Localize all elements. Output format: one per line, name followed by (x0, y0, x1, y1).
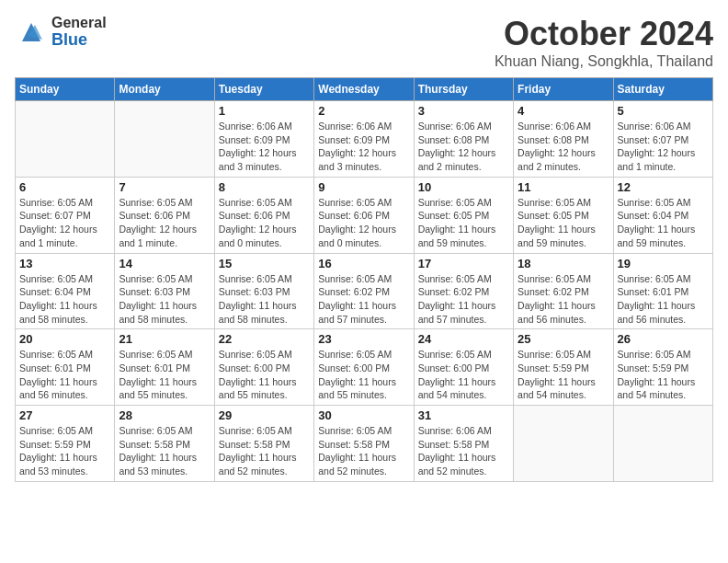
calendar-cell: 13Sunrise: 6:05 AMSunset: 6:04 PMDayligh… (16, 253, 115, 329)
day-info: Sunrise: 6:05 AMSunset: 5:59 PMDaylight:… (518, 348, 609, 402)
logo-icon (15, 16, 48, 49)
month-title: October 2024 (495, 15, 713, 53)
calendar-week-4: 20Sunrise: 6:05 AMSunset: 6:01 PMDayligh… (16, 329, 713, 406)
day-info: Sunrise: 6:05 AMSunset: 5:59 PMDaylight:… (618, 348, 709, 402)
calendar-cell (115, 101, 214, 178)
calendar-cell: 24Sunrise: 6:05 AMSunset: 6:00 PMDayligh… (414, 329, 513, 406)
weekday-header-row: SundayMondayTuesdayWednesdayThursdayFrid… (16, 78, 713, 101)
day-info: Sunrise: 6:05 AMSunset: 6:00 PMDaylight:… (219, 348, 310, 402)
location-subtitle: Khuan Niang, Songkhla, Thailand (495, 53, 713, 70)
day-number: 23 (318, 332, 409, 346)
weekday-header-saturday: Saturday (613, 78, 712, 101)
calendar-cell (16, 101, 115, 178)
calendar-table: SundayMondayTuesdayWednesdayThursdayFrid… (15, 77, 713, 482)
calendar-cell: 11Sunrise: 6:05 AMSunset: 6:05 PMDayligh… (514, 177, 613, 253)
weekday-header-friday: Friday (514, 78, 613, 101)
logo-general-text: General (51, 15, 107, 31)
calendar-cell: 28Sunrise: 6:05 AMSunset: 5:58 PMDayligh… (115, 406, 214, 482)
day-info: Sunrise: 6:06 AMSunset: 6:08 PMDaylight:… (518, 120, 609, 174)
calendar-cell: 21Sunrise: 6:05 AMSunset: 6:01 PMDayligh… (115, 329, 214, 406)
day-info: Sunrise: 6:05 AMSunset: 6:00 PMDaylight:… (418, 348, 509, 402)
calendar-week-5: 27Sunrise: 6:05 AMSunset: 5:59 PMDayligh… (16, 406, 713, 482)
day-info: Sunrise: 6:05 AMSunset: 6:00 PMDaylight:… (318, 348, 409, 402)
day-number: 13 (19, 257, 110, 270)
weekday-header-thursday: Thursday (414, 78, 513, 101)
calendar-cell: 22Sunrise: 6:05 AMSunset: 6:00 PMDayligh… (214, 329, 313, 406)
calendar-cell: 25Sunrise: 6:05 AMSunset: 5:59 PMDayligh… (514, 329, 613, 406)
calendar-cell: 12Sunrise: 6:05 AMSunset: 6:04 PMDayligh… (613, 177, 712, 253)
calendar-cell: 18Sunrise: 6:05 AMSunset: 6:02 PMDayligh… (514, 253, 613, 329)
day-number: 25 (518, 332, 609, 346)
day-info: Sunrise: 6:05 AMSunset: 6:06 PMDaylight:… (119, 196, 210, 250)
day-number: 29 (219, 408, 310, 422)
day-info: Sunrise: 6:05 AMSunset: 6:02 PMDaylight:… (518, 272, 609, 327)
day-info: Sunrise: 6:05 AMSunset: 6:02 PMDaylight:… (318, 272, 409, 327)
title-block: October 2024 Khuan Niang, Songkhla, Thai… (495, 15, 713, 70)
day-info: Sunrise: 6:06 AMSunset: 6:08 PMDaylight:… (418, 120, 509, 174)
day-info: Sunrise: 6:05 AMSunset: 5:58 PMDaylight:… (318, 424, 409, 478)
day-number: 5 (618, 104, 709, 118)
day-info: Sunrise: 6:05 AMSunset: 6:05 PMDaylight:… (518, 196, 609, 250)
weekday-header-monday: Monday (115, 78, 214, 101)
day-number: 15 (219, 257, 310, 270)
day-number: 1 (219, 104, 310, 118)
day-number: 3 (418, 104, 509, 118)
calendar-cell: 8Sunrise: 6:05 AMSunset: 6:06 PMDaylight… (214, 177, 313, 253)
calendar-cell: 6Sunrise: 6:05 AMSunset: 6:07 PMDaylight… (16, 177, 115, 253)
calendar-cell: 2Sunrise: 6:06 AMSunset: 6:09 PMDaylight… (314, 101, 414, 178)
calendar-cell: 14Sunrise: 6:05 AMSunset: 6:03 PMDayligh… (115, 253, 214, 329)
day-info: Sunrise: 6:05 AMSunset: 5:58 PMDaylight:… (119, 424, 210, 478)
day-number: 14 (119, 257, 210, 270)
calendar-cell: 1Sunrise: 6:06 AMSunset: 6:09 PMDaylight… (214, 101, 313, 178)
calendar-week-3: 13Sunrise: 6:05 AMSunset: 6:04 PMDayligh… (16, 253, 713, 329)
day-info: Sunrise: 6:05 AMSunset: 6:03 PMDaylight:… (119, 272, 210, 327)
day-number: 11 (518, 180, 609, 194)
calendar-cell: 3Sunrise: 6:06 AMSunset: 6:08 PMDaylight… (414, 101, 513, 178)
day-info: Sunrise: 6:05 AMSunset: 6:05 PMDaylight:… (418, 196, 509, 250)
day-info: Sunrise: 6:05 AMSunset: 6:01 PMDaylight:… (19, 348, 110, 402)
calendar-cell: 9Sunrise: 6:05 AMSunset: 6:06 PMDaylight… (314, 177, 414, 253)
day-info: Sunrise: 6:05 AMSunset: 6:04 PMDaylight:… (19, 272, 110, 327)
calendar-cell: 19Sunrise: 6:05 AMSunset: 6:01 PMDayligh… (613, 253, 712, 329)
day-number: 26 (618, 332, 709, 346)
calendar-cell: 20Sunrise: 6:05 AMSunset: 6:01 PMDayligh… (16, 329, 115, 406)
day-number: 8 (219, 180, 310, 194)
day-info: Sunrise: 6:06 AMSunset: 6:07 PMDaylight:… (618, 120, 709, 174)
day-info: Sunrise: 6:05 AMSunset: 6:01 PMDaylight:… (618, 272, 709, 327)
day-number: 10 (418, 180, 509, 194)
day-info: Sunrise: 6:05 AMSunset: 6:03 PMDaylight:… (219, 272, 310, 327)
day-number: 2 (318, 104, 409, 118)
calendar-cell: 10Sunrise: 6:05 AMSunset: 6:05 PMDayligh… (414, 177, 513, 253)
logo-blue-text: Blue (51, 31, 107, 50)
day-number: 31 (418, 408, 509, 422)
day-info: Sunrise: 6:06 AMSunset: 6:09 PMDaylight:… (219, 120, 310, 174)
logo: General Blue (15, 15, 107, 49)
calendar-cell: 17Sunrise: 6:05 AMSunset: 6:02 PMDayligh… (414, 253, 513, 329)
day-number: 9 (318, 180, 409, 194)
calendar-week-1: 1Sunrise: 6:06 AMSunset: 6:09 PMDaylight… (16, 101, 713, 178)
day-info: Sunrise: 6:05 AMSunset: 5:58 PMDaylight:… (219, 424, 310, 478)
calendar-cell: 23Sunrise: 6:05 AMSunset: 6:00 PMDayligh… (314, 329, 414, 406)
day-info: Sunrise: 6:05 AMSunset: 6:04 PMDaylight:… (618, 196, 709, 250)
calendar-cell: 5Sunrise: 6:06 AMSunset: 6:07 PMDaylight… (613, 101, 712, 178)
day-info: Sunrise: 6:05 AMSunset: 6:01 PMDaylight:… (119, 348, 210, 402)
logo-text: General Blue (51, 15, 107, 49)
day-number: 17 (418, 257, 509, 270)
day-info: Sunrise: 6:05 AMSunset: 6:06 PMDaylight:… (219, 196, 310, 250)
day-number: 7 (119, 180, 210, 194)
day-info: Sunrise: 6:06 AMSunset: 5:58 PMDaylight:… (418, 424, 509, 478)
day-number: 4 (518, 104, 609, 118)
weekday-header-wednesday: Wednesday (314, 78, 414, 101)
day-info: Sunrise: 6:06 AMSunset: 6:09 PMDaylight:… (318, 120, 409, 174)
calendar-cell: 30Sunrise: 6:05 AMSunset: 5:58 PMDayligh… (314, 406, 414, 482)
calendar-cell: 16Sunrise: 6:05 AMSunset: 6:02 PMDayligh… (314, 253, 414, 329)
weekday-header-sunday: Sunday (16, 78, 115, 101)
page-header: General Blue October 2024 Khuan Niang, S… (15, 15, 713, 70)
day-info: Sunrise: 6:05 AMSunset: 6:02 PMDaylight:… (418, 272, 509, 327)
day-number: 20 (19, 332, 110, 346)
calendar-cell: 4Sunrise: 6:06 AMSunset: 6:08 PMDaylight… (514, 101, 613, 178)
calendar-cell: 26Sunrise: 6:05 AMSunset: 5:59 PMDayligh… (613, 329, 712, 406)
weekday-header-tuesday: Tuesday (214, 78, 313, 101)
calendar-cell: 7Sunrise: 6:05 AMSunset: 6:06 PMDaylight… (115, 177, 214, 253)
day-number: 19 (618, 257, 709, 270)
